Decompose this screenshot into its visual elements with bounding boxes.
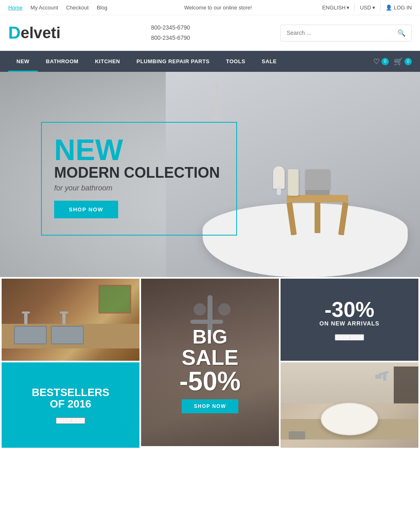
divider bbox=[354, 3, 355, 11]
logo-rest: elveti bbox=[21, 24, 60, 42]
discount-shop-button[interactable]: SHOP NOW bbox=[335, 334, 365, 341]
hero-shop-now-button[interactable]: SHOP NOW bbox=[54, 201, 118, 218]
phone-2: 800-2345-6790 bbox=[151, 33, 190, 43]
currency-label: USD bbox=[360, 5, 371, 11]
nav-myaccount[interactable]: My Account bbox=[30, 5, 58, 11]
chevron-down-icon: ▾ bbox=[372, 5, 375, 11]
user-icon: 👤 bbox=[386, 5, 392, 11]
big-sale-shop-button[interactable]: SHOP NOW bbox=[182, 399, 238, 413]
nav-items: NEW BATHROOM KITCHEN PLUMBING REPAIR PAR… bbox=[8, 51, 373, 72]
nav-icons: ♡ 0 🛒 0 bbox=[373, 57, 412, 66]
nav-blog[interactable]: Blog bbox=[97, 5, 107, 11]
nav-item-sale[interactable]: SALE bbox=[253, 51, 285, 72]
big-sale-pct: -50% bbox=[149, 368, 271, 394]
hero-tag: NEW bbox=[54, 135, 220, 165]
wishlist-count: 0 bbox=[381, 58, 389, 65]
promo-bowl-sink bbox=[281, 362, 418, 448]
welcome-message: Welcome to our online store! bbox=[184, 5, 252, 11]
hero-title: MODERN COLLECTION bbox=[54, 165, 220, 181]
heart-icon: ♡ bbox=[373, 57, 380, 66]
cart-icon: 🛒 bbox=[394, 57, 403, 66]
nav-item-tools[interactable]: TOOLS bbox=[218, 51, 253, 72]
header: D elveti 800-2345-6790 800-2345-6790 🔍 bbox=[0, 15, 420, 51]
logo-d: D bbox=[8, 23, 21, 43]
currency-selector[interactable]: USD ▾ bbox=[360, 5, 375, 11]
language-selector[interactable]: ENGLISH ▾ bbox=[322, 5, 349, 11]
hero-frame: NEW MODERN COLLECTION for your bathroom … bbox=[41, 122, 237, 236]
cart-button[interactable]: 🛒 0 bbox=[394, 57, 412, 66]
big-sale-big: BIG bbox=[149, 327, 271, 347]
language-label: ENGLISH bbox=[322, 5, 345, 11]
login-button[interactable]: 👤 LOG IN bbox=[386, 5, 412, 11]
top-nav: Home My Account Checkout Blog bbox=[8, 5, 114, 11]
nav-item-plumbing[interactable]: PLUMBING REPAIR PARTS bbox=[128, 51, 218, 72]
nav-item-new[interactable]: NEW bbox=[8, 51, 38, 72]
search-icon: 🔍 bbox=[397, 30, 406, 37]
nav-home[interactable]: Home bbox=[8, 5, 23, 11]
hero-content: NEW MODERN COLLECTION for your bathroom … bbox=[41, 122, 237, 236]
bestsellers-shop-button[interactable]: SHOP NOW bbox=[56, 417, 86, 424]
nav-item-bathroom[interactable]: BATHROOM bbox=[38, 51, 87, 72]
cart-count: 0 bbox=[404, 58, 412, 65]
wishlist-button[interactable]: ♡ 0 bbox=[373, 57, 389, 66]
top-bar: Home My Account Checkout Blog Welcome to… bbox=[0, 0, 420, 15]
bestsellers-title: BESTSELLERSOF 2016 bbox=[32, 387, 109, 410]
promo-big-sale: BIG SALE -50% SHOP NOW bbox=[141, 279, 279, 448]
divider bbox=[380, 3, 381, 11]
search-input[interactable] bbox=[281, 25, 392, 40]
top-right-controls: ENGLISH ▾ USD ▾ 👤 LOG IN bbox=[322, 3, 412, 11]
hero-banner: NEW MODERN COLLECTION for your bathroom … bbox=[0, 72, 420, 277]
promo-grid: BIG SALE -50% SHOP NOW -30% ON NEW ARRIV… bbox=[0, 277, 420, 449]
search-bar: 🔍 bbox=[281, 25, 412, 41]
discount-label: ON NEW ARRIVALS bbox=[320, 320, 379, 327]
main-nav: NEW BATHROOM KITCHEN PLUMBING REPAIR PAR… bbox=[0, 51, 420, 72]
phone-1: 800-2345-6790 bbox=[151, 23, 190, 33]
big-sale-sale: SALE bbox=[149, 347, 271, 368]
nav-checkout[interactable]: Checkout bbox=[66, 5, 89, 11]
hero-subtitle: for your bathroom bbox=[54, 184, 220, 192]
promo-bestsellers: BESTSELLERSOF 2016 SHOP NOW bbox=[2, 362, 139, 448]
promo-kitchen bbox=[2, 279, 139, 361]
search-button[interactable]: 🔍 bbox=[392, 25, 411, 41]
chevron-down-icon: ▾ bbox=[347, 5, 349, 11]
login-label: LOG IN bbox=[394, 5, 412, 11]
contact-info: 800-2345-6790 800-2345-6790 bbox=[151, 23, 190, 43]
promo-discount: -30% ON NEW ARRIVALS SHOP NOW bbox=[281, 279, 418, 361]
logo[interactable]: D elveti bbox=[8, 23, 61, 43]
nav-item-kitchen[interactable]: KITCHEN bbox=[87, 51, 128, 72]
discount-percent: -30% bbox=[324, 299, 374, 320]
